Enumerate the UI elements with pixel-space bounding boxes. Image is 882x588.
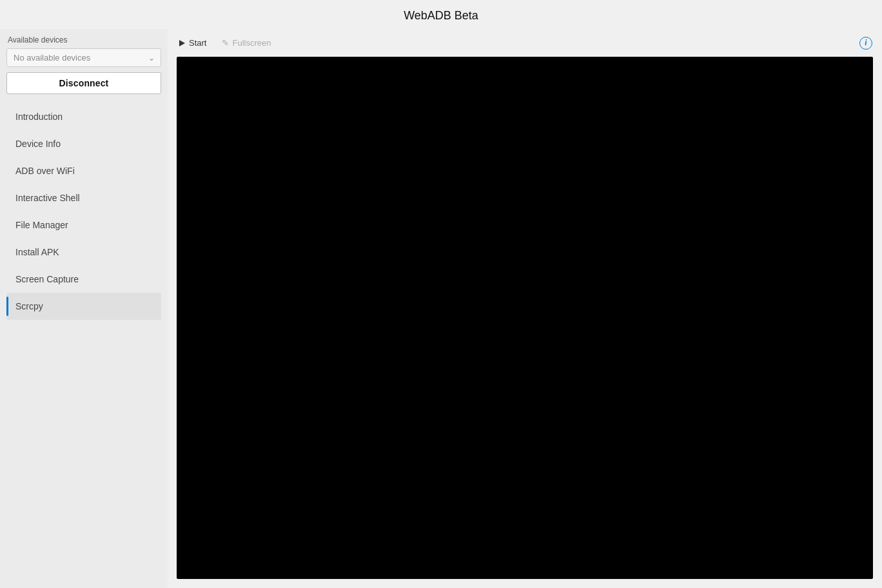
- content-area: Start ✎ Fullscreen i: [168, 29, 882, 588]
- sidebar-item-install-apk[interactable]: Install APK: [6, 239, 161, 266]
- toolbar: Start ✎ Fullscreen i: [168, 29, 882, 57]
- fullscreen-label: Fullscreen: [232, 38, 271, 48]
- sidebar-item-scrcpy[interactable]: Scrcpy: [6, 293, 161, 320]
- nav-list: Introduction Device Info ADB over WiFi I…: [6, 103, 161, 320]
- page-header: WebADB Beta: [0, 0, 882, 29]
- main-layout: Available devices No available devices ⌄…: [0, 29, 882, 588]
- device-select-wrapper: No available devices ⌄: [6, 48, 161, 67]
- start-label: Start: [189, 38, 206, 48]
- sidebar-item-label: Scrcpy: [15, 301, 43, 311]
- sidebar-item-screen-capture[interactable]: Screen Capture: [6, 266, 161, 293]
- device-select[interactable]: No available devices: [6, 48, 161, 67]
- available-devices-label: Available devices: [6, 35, 161, 44]
- sidebar-item-label: Install APK: [15, 247, 59, 257]
- sidebar-item-label: Introduction: [15, 112, 63, 122]
- sidebar-item-label: Screen Capture: [15, 274, 79, 284]
- sidebar-item-file-manager[interactable]: File Manager: [6, 211, 161, 239]
- start-button[interactable]: Start: [177, 35, 209, 50]
- info-button[interactable]: i: [859, 36, 873, 50]
- info-icon: i: [859, 37, 872, 50]
- sidebar: Available devices No available devices ⌄…: [0, 29, 168, 588]
- sidebar-item-label: Interactive Shell: [15, 193, 80, 203]
- sidebar-item-label: File Manager: [15, 220, 68, 230]
- page-title: WebADB Beta: [404, 9, 478, 22]
- sidebar-item-device-info[interactable]: Device Info: [6, 130, 161, 157]
- sidebar-item-interactive-shell[interactable]: Interactive Shell: [6, 184, 161, 211]
- pencil-icon: ✎: [222, 38, 229, 48]
- sidebar-item-introduction[interactable]: Introduction: [6, 103, 161, 130]
- disconnect-button[interactable]: Disconnect: [6, 72, 161, 94]
- fullscreen-button[interactable]: ✎ Fullscreen: [219, 35, 273, 50]
- sidebar-item-label: ADB over WiFi: [15, 166, 75, 176]
- play-icon: [179, 40, 185, 46]
- screen-display: [177, 57, 873, 579]
- sidebar-item-adb-over-wifi[interactable]: ADB over WiFi: [6, 157, 161, 184]
- sidebar-item-label: Device Info: [15, 139, 61, 149]
